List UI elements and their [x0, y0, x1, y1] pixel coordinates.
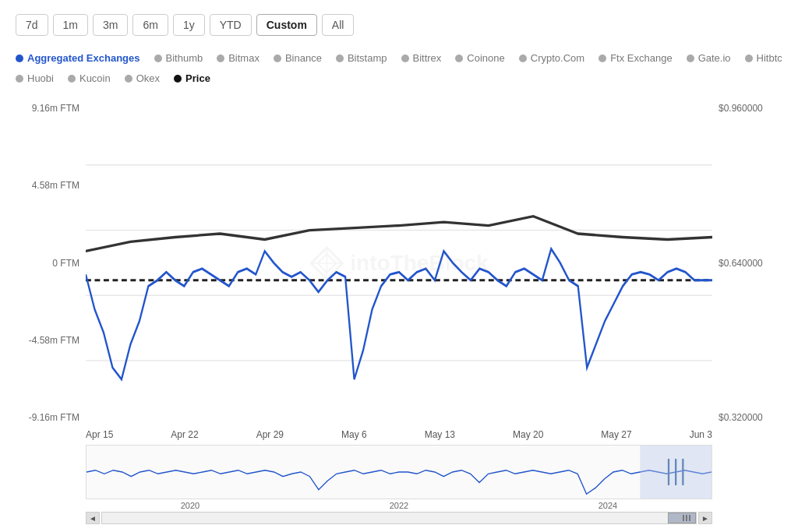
legend-label: Huobi — [27, 70, 54, 87]
time-btn-all[interactable]: All — [322, 14, 355, 36]
legend-label: Bitmax — [228, 50, 260, 67]
legend-label: Aggregated Exchanges — [27, 50, 140, 67]
y-axis-left-label: 0 FTM — [52, 258, 79, 269]
legend-label: Binance — [285, 50, 322, 67]
scroll-left-button[interactable]: ◄ — [86, 512, 100, 524]
legend-item-kucoin[interactable]: Kucoin — [68, 70, 111, 87]
y-axis-left-label: 4.58m FTM — [32, 180, 79, 191]
legend-item-okex[interactable]: Okex — [125, 70, 160, 87]
legend-item-hitbtc[interactable]: Hitbtc — [745, 50, 782, 67]
legend-dot — [274, 55, 281, 62]
legend-item-bitmax[interactable]: Bitmax — [217, 50, 260, 67]
scroll-track[interactable] — [101, 512, 697, 524]
time-btn-1y[interactable]: 1y — [173, 14, 205, 36]
x-axis-label: Apr 15 — [86, 429, 113, 440]
time-btn-custom[interactable]: Custom — [256, 14, 317, 36]
legend-item-bitstamp[interactable]: Bitstamp — [336, 50, 387, 67]
legend-dot — [401, 55, 409, 62]
x-axis: Apr 15Apr 22Apr 29May 6May 13May 20May 2… — [16, 426, 782, 442]
legend-label: Ftx Exchange — [610, 50, 673, 67]
y-axis-right: $0.960000$0.640000$0.320000 — [712, 100, 782, 426]
x-axis-label: Jun 3 — [690, 429, 712, 440]
mini-chart[interactable] — [86, 445, 712, 499]
main-chart: intoTheBlock — [86, 100, 712, 426]
legend-dot — [598, 55, 606, 62]
legend-dot — [174, 75, 182, 83]
x-axis-label: May 27 — [601, 429, 631, 440]
scroll-grip — [683, 515, 690, 521]
mini-x-axis: 202020222024 — [16, 499, 782, 510]
legend-item-aggregated-exchanges[interactable]: Aggregated Exchanges — [16, 50, 140, 67]
legend-label: Okex — [136, 70, 160, 87]
time-btn-3m[interactable]: 3m — [93, 14, 128, 36]
legend-label: Bitstamp — [348, 50, 387, 67]
x-axis-label: Apr 29 — [256, 429, 284, 440]
legend-item-bithumb[interactable]: Bithumb — [154, 50, 203, 67]
y-axis-right-label: $0.640000 — [719, 258, 763, 269]
legend-item-bittrex[interactable]: Bittrex — [401, 50, 442, 67]
legend-dot — [217, 55, 224, 62]
chart-area: 9.16m FTM4.58m FTM0 FTM-4.58m FTM-9.16m … — [16, 100, 782, 524]
y-axis-left-label: -4.58m FTM — [29, 335, 79, 346]
legend-dot — [455, 55, 463, 62]
mini-x-axis-label: 2022 — [390, 501, 408, 510]
x-axis-label: May 13 — [425, 429, 455, 440]
legend-label: Kucoin — [79, 70, 111, 87]
chart-legend: Aggregated ExchangesBithumbBitmaxBinance… — [16, 50, 782, 87]
scroll-right-button[interactable]: ► — [698, 512, 712, 524]
scroll-bar: ◄ ► — [16, 510, 782, 524]
legend-dot — [745, 55, 753, 62]
y-axis-left-label: 9.16m FTM — [32, 103, 79, 114]
time-btn-1m[interactable]: 1m — [53, 14, 88, 36]
legend-item-crypto-com[interactable]: Crypto.Com — [519, 50, 584, 67]
mini-x-axis-label: 2024 — [598, 501, 617, 510]
legend-dot — [125, 75, 132, 83]
legend-dot — [154, 55, 162, 62]
main-chart-wrapper: 9.16m FTM4.58m FTM0 FTM-4.58m FTM-9.16m … — [16, 100, 782, 426]
y-axis-left-label: -9.16m FTM — [29, 412, 79, 423]
legend-item-huobi[interactable]: Huobi — [16, 70, 54, 87]
legend-dot — [16, 75, 23, 83]
legend-dot — [687, 55, 694, 62]
legend-item-price[interactable]: Price — [174, 70, 210, 87]
time-range-selector: 7d1m3m6m1yYTDCustomAll — [16, 14, 782, 36]
x-axis-label: Apr 22 — [171, 429, 198, 440]
legend-label: Coinone — [467, 50, 504, 67]
mini-x-axis-label: 2020 — [181, 501, 200, 510]
main-chart-svg — [86, 100, 712, 426]
time-btn-ytd[interactable]: YTD — [210, 14, 252, 36]
x-axis-label: May 6 — [341, 429, 367, 440]
scroll-thumb[interactable] — [668, 513, 696, 523]
grip-line-1 — [683, 515, 684, 521]
y-axis-right-label: $0.960000 — [719, 103, 763, 114]
y-axis-right-label: $0.320000 — [719, 412, 763, 423]
legend-item-ftx-exchange[interactable]: Ftx Exchange — [598, 50, 673, 67]
legend-dot — [68, 75, 76, 83]
mini-chart-svg — [87, 446, 711, 499]
mini-chart-wrapper — [16, 445, 782, 499]
time-btn-6m[interactable]: 6m — [132, 14, 168, 36]
legend-label: Price — [185, 70, 210, 87]
time-btn-7d[interactable]: 7d — [16, 14, 48, 36]
legend-label: Bithumb — [166, 50, 203, 67]
legend-label: Crypto.Com — [531, 50, 584, 67]
legend-dot — [519, 55, 527, 62]
legend-label: Bittrex — [413, 50, 442, 67]
grip-line-3 — [689, 515, 690, 521]
y-axis-left: 9.16m FTM4.58m FTM0 FTM-4.58m FTM-9.16m … — [16, 100, 86, 426]
legend-dot — [16, 55, 23, 62]
legend-dot — [336, 55, 344, 62]
legend-item-coinone[interactable]: Coinone — [455, 50, 504, 67]
legend-label: Hitbtc — [757, 50, 782, 67]
legend-item-binance[interactable]: Binance — [274, 50, 322, 67]
x-axis-label: May 20 — [513, 429, 543, 440]
main-container: 7d1m3m6m1yYTDCustomAll Aggregated Exchan… — [0, 0, 798, 532]
legend-item-gate-io[interactable]: Gate.io — [687, 50, 731, 67]
legend-label: Gate.io — [698, 50, 731, 67]
grip-line-2 — [686, 515, 687, 521]
